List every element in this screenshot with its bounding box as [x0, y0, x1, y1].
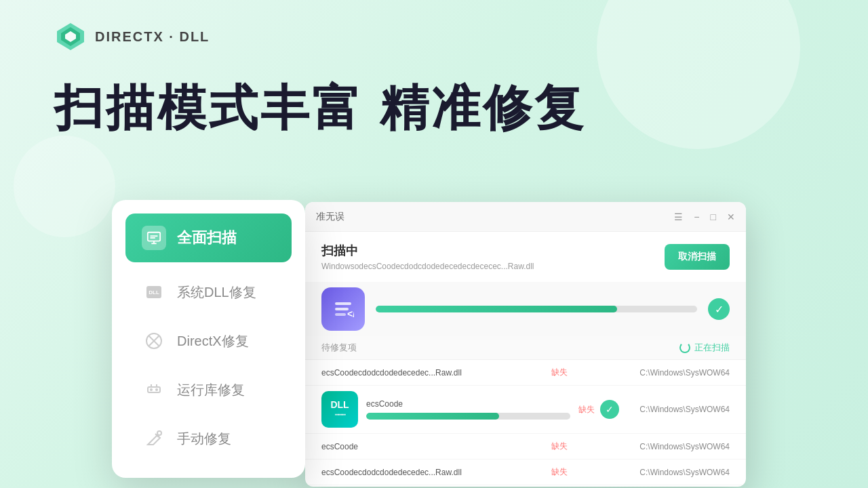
window-minimize-icon[interactable]: −: [694, 211, 699, 222]
row-name-0: ecsCoodecdodcdodedecedec...Raw.dll: [321, 368, 526, 378]
row-path-1: C:\Windows\SysWOW64: [627, 405, 730, 414]
svg-rect-18: [335, 308, 349, 310]
window-controls: ☰ − □ ✕: [674, 211, 735, 222]
svg-rect-17: [335, 302, 351, 305]
dll-menu-icon: DLL: [142, 280, 166, 304]
row-path-3: C:\Windows\SysWOW64: [593, 468, 730, 477]
svg-point-16: [157, 431, 161, 435]
svg-rect-3: [148, 232, 160, 241]
svg-text:DLL: DLL: [149, 289, 159, 296]
last-table-row: ecsCoodecdodcdodc XXXXXXXXX... ✓ 缺失 C:\W…: [305, 485, 746, 487]
logo-icon: [54, 20, 87, 53]
app-icon-purple: </>: [321, 287, 365, 331]
menu-item-directx[interactable]: DirectX修复: [125, 317, 292, 365]
col-header-status: [526, 342, 593, 354]
cancel-scan-button[interactable]: 取消扫描: [665, 244, 730, 270]
scan-file: WindowsodecsCoodecdodcdodedecedecdececec…: [321, 262, 665, 271]
svg-text:</>: </>: [347, 308, 354, 319]
table-row: ecsCoode 缺失 C:\Windows\SysWOW64: [305, 434, 746, 460]
column-headers: 待修复项 正在扫描: [305, 336, 746, 360]
window-close-icon[interactable]: ✕: [727, 211, 735, 222]
menu-card: 全面扫描 DLL 系统DLL修复 DirectX修复: [112, 200, 305, 478]
directx-menu-icon: [142, 329, 166, 353]
menu-directx-label: DirectX修复: [177, 332, 249, 350]
check-icon-2: ✓: [600, 400, 619, 419]
bg-decoration-3: [14, 136, 115, 237]
runtime-menu-icon: [142, 378, 166, 402]
row-name-3: ecsCoodecdodcdodedecedec...Raw.dll: [321, 468, 526, 477]
scan-title: 扫描中: [321, 243, 665, 259]
manual-menu-icon: [142, 426, 166, 451]
menu-item-active[interactable]: 全面扫描: [125, 214, 292, 262]
menu-item-runtime[interactable]: 运行库修复: [125, 365, 292, 414]
progress-row-1: </> ✓: [305, 282, 746, 336]
row-status-3: 缺失: [526, 466, 593, 478]
progress-row-2: DLL ━━━ ecsCoode 缺失 ✓ C:\Windows\SysWOW6…: [305, 386, 746, 434]
window-titlebar: 准无误 ☰ − □ ✕: [305, 202, 746, 232]
row-name-1: ecsCoode: [366, 399, 570, 409]
col-header-scanning: 正在扫描: [593, 342, 730, 354]
menu-dll-label: 系统DLL修复: [177, 283, 256, 302]
svg-point-14: [150, 388, 153, 391]
menu-runtime-label: 运行库修复: [177, 381, 245, 399]
table-row: ecsCoodecdodcdodedecedec...Raw.dll 缺失 C:…: [305, 360, 746, 386]
header-title: DIRECTX · DLL: [95, 29, 210, 45]
window-menu-icon[interactable]: ☰: [674, 211, 683, 222]
row-name-2: ecsCoode: [321, 442, 526, 451]
scan-icon: [142, 226, 166, 250]
check-icon-1: ✓: [708, 298, 730, 320]
table-row: ecsCoodecdodcdodedecedec...Raw.dll 缺失 C:…: [305, 460, 746, 485]
menu-active-label: 全面扫描: [177, 228, 237, 248]
header: DIRECTX · DLL: [54, 20, 210, 53]
scan-info: 扫描中 WindowsodecsCoodecdodcdodedecedecdec…: [321, 243, 665, 271]
bg-decoration-1: [597, 0, 800, 149]
svg-rect-13: [148, 387, 160, 392]
menu-manual-label: 手动修复: [177, 430, 231, 448]
progress-bar-2: [366, 413, 570, 420]
row-path-0: C:\Windows\SysWOW64: [593, 368, 730, 378]
row-status-1: 缺失: [578, 404, 595, 415]
row-status-2: 缺失: [526, 441, 593, 452]
window-maximize-icon[interactable]: □: [711, 211, 716, 222]
svg-rect-19: [335, 313, 346, 316]
dll-icon-box: DLL ━━━: [321, 391, 358, 428]
col-header-name: 待修复项: [321, 342, 526, 354]
row-path-2: C:\Windows\SysWOW64: [593, 442, 730, 451]
svg-point-15: [155, 388, 158, 391]
progress-fill-1: [376, 306, 617, 312]
table-rows: ecsCoodecdodcdodedecedec...Raw.dll 缺失 C:…: [305, 360, 746, 487]
window-title: 准无误: [316, 211, 344, 223]
main-title: 扫描模式丰富 精准修复: [54, 81, 586, 135]
menu-item-manual[interactable]: 手动修复: [125, 414, 292, 463]
row-status-0: 缺失: [526, 367, 593, 378]
progress-bar-1: [376, 306, 697, 312]
app-window: 准无误 ☰ − □ ✕ 扫描中 WindowsodecsCoodecdodcdo…: [305, 202, 746, 487]
scan-header: 扫描中 WindowsodecsCoodecdodcdodedecedecdec…: [305, 232, 746, 282]
menu-item-dll[interactable]: DLL 系统DLL修复: [125, 268, 292, 317]
scanning-spinner: [679, 342, 690, 353]
